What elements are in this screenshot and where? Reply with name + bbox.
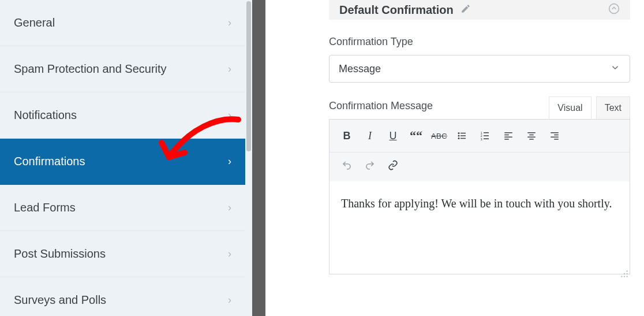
- undo-icon[interactable]: [336, 155, 357, 176]
- italic-icon[interactable]: I: [360, 125, 380, 146]
- rich-text-editor: B I U ““ ABC 123: [329, 119, 630, 274]
- panel-header: Default Confirmation: [329, 0, 630, 20]
- svg-rect-16: [504, 139, 509, 140]
- svg-point-3: [458, 135, 460, 137]
- svg-point-1: [458, 132, 460, 134]
- scrollbar-thumb[interactable]: [246, 1, 251, 151]
- svg-rect-17: [527, 132, 536, 133]
- sidebar-item-notifications[interactable]: Notifications ›: [0, 92, 245, 139]
- svg-text:3: 3: [481, 137, 482, 141]
- sidebar-item-post-submissions[interactable]: Post Submissions ›: [0, 231, 245, 277]
- collapse-icon[interactable]: [608, 3, 620, 17]
- svg-point-0: [609, 3, 619, 13]
- svg-rect-13: [504, 132, 512, 133]
- svg-point-30: [627, 276, 628, 277]
- align-center-icon[interactable]: [521, 125, 542, 146]
- svg-rect-14: [504, 135, 509, 136]
- svg-point-5: [458, 137, 460, 139]
- svg-point-27: [627, 273, 628, 274]
- sidebar-item-label: Post Submissions: [14, 247, 106, 261]
- svg-point-26: [624, 273, 625, 274]
- pencil-icon[interactable]: [460, 3, 471, 17]
- svg-rect-20: [529, 139, 534, 140]
- svg-rect-4: [460, 135, 466, 136]
- confirmation-type-select[interactable]: Message: [329, 55, 630, 83]
- chevron-right-icon: ›: [228, 294, 231, 306]
- svg-point-25: [627, 270, 628, 272]
- settings-sidebar: General › Spam Protection and Security ›…: [0, 0, 245, 316]
- sidebar-scrollbar[interactable]: [245, 0, 252, 316]
- align-right-icon[interactable]: [544, 125, 565, 146]
- chevron-right-icon: ›: [228, 63, 231, 75]
- confirmation-message-label: Confirmation Message: [329, 100, 433, 112]
- select-value: Message: [339, 63, 381, 75]
- svg-rect-19: [527, 137, 536, 138]
- sidebar-item-spam-protection[interactable]: Spam Protection and Security ›: [0, 46, 245, 92]
- svg-rect-8: [484, 132, 489, 133]
- chevron-right-icon: ›: [228, 202, 231, 214]
- svg-rect-23: [551, 137, 559, 138]
- editor-tabs: Visual Text: [549, 96, 630, 119]
- chevron-right-icon: ›: [228, 17, 231, 29]
- sidebar-item-label: Surveys and Polls: [14, 293, 106, 307]
- link-icon[interactable]: [383, 155, 403, 176]
- tab-visual[interactable]: Visual: [549, 96, 591, 119]
- svg-rect-22: [554, 135, 559, 136]
- svg-rect-12: [484, 139, 489, 140]
- message-textarea[interactable]: Thanks for applying! We will be in touch…: [330, 181, 630, 274]
- chevron-right-icon: ›: [228, 248, 231, 260]
- sidebar-item-label: Notifications: [14, 109, 77, 122]
- sidebar-item-label: General: [14, 16, 55, 29]
- underline-icon[interactable]: U: [383, 125, 403, 146]
- svg-rect-21: [551, 132, 559, 133]
- redo-icon[interactable]: [360, 155, 380, 176]
- sidebar-item-label: Confirmations: [14, 155, 85, 168]
- sidebar-item-general[interactable]: General ›: [0, 0, 245, 46]
- chevron-right-icon: ›: [228, 155, 231, 168]
- message-content: Thanks for applying! We will be in touch…: [341, 197, 612, 210]
- bullet-list-icon[interactable]: [452, 125, 473, 146]
- sidebar-item-confirmations[interactable]: Confirmations ›: [0, 139, 245, 185]
- confirmation-type-label: Confirmation Type: [329, 36, 630, 48]
- sidebar-item-label: Spam Protection and Security: [14, 62, 167, 76]
- tab-text[interactable]: Text: [596, 96, 630, 119]
- sidebar-item-label: Lead Forms: [14, 201, 76, 214]
- svg-rect-24: [554, 139, 559, 140]
- sidebar-item-lead-forms[interactable]: Lead Forms ›: [0, 185, 245, 231]
- editor-toolbar: B I U ““ ABC 123: [330, 120, 630, 153]
- blockquote-icon[interactable]: ““: [406, 125, 426, 146]
- sidebar-item-surveys-polls[interactable]: Surveys and Polls ›: [0, 277, 245, 316]
- svg-point-28: [621, 276, 622, 277]
- editor-toolbar-row2: [330, 153, 630, 181]
- svg-rect-2: [460, 133, 466, 134]
- resize-grip-icon[interactable]: [620, 265, 628, 273]
- svg-rect-15: [504, 137, 512, 138]
- numbered-list-icon[interactable]: 123: [475, 125, 496, 146]
- divider-strip: [252, 0, 265, 316]
- chevron-right-icon: ›: [228, 109, 231, 121]
- strikethrough-icon[interactable]: ABC: [429, 125, 450, 146]
- svg-point-29: [624, 276, 625, 277]
- chevron-down-icon: [610, 62, 620, 76]
- svg-rect-10: [484, 135, 489, 136]
- panel-title: Default Confirmation: [339, 3, 454, 17]
- align-left-icon[interactable]: [498, 125, 519, 146]
- svg-rect-18: [529, 135, 534, 136]
- confirmation-panel: Default Confirmation Confirmation Type M…: [329, 0, 644, 316]
- svg-rect-6: [460, 138, 466, 139]
- bold-icon[interactable]: B: [336, 125, 357, 146]
